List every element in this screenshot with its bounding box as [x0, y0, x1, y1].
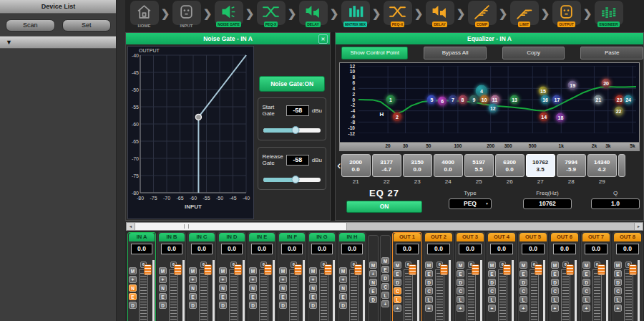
channel-button-e[interactable]: E [279, 293, 287, 300]
eq-point-14[interactable]: 14 [540, 112, 549, 121]
eq-point-21[interactable]: 21 [594, 95, 603, 105]
channel-button-e[interactable]: E [219, 293, 227, 300]
channel-gain-value[interactable]: 0.0 [161, 244, 182, 254]
channel-button-plus[interactable]: + [129, 276, 137, 283]
channel-label[interactable]: IN C [189, 233, 215, 241]
channel-label[interactable]: OUT 3 [457, 233, 484, 241]
channel-gain-value[interactable]: 0.0 [311, 244, 333, 254]
channel-strip-out-2[interactable]: OUT 20.0MEDCL+6-64 [424, 232, 454, 321]
master-button-m[interactable]: M [381, 257, 389, 264]
channel-button-l[interactable]: L [519, 296, 527, 303]
channel-strip-in-e[interactable]: IN E0.0M+NED6-64 [248, 232, 276, 321]
channel-button-plus[interactable]: + [159, 276, 167, 283]
channel-button-m[interactable]: M [457, 262, 464, 269]
channel-button-m[interactable]: M [279, 267, 287, 274]
channel-button-e[interactable]: E [309, 293, 317, 300]
channel-button-d[interactable]: D [394, 279, 401, 286]
channel-button-m[interactable]: M [339, 267, 347, 274]
band-cell[interactable]: 107623.5 [526, 154, 555, 177]
channel-button-d[interactable]: D [582, 279, 590, 286]
fader-handle[interactable] [234, 264, 242, 275]
eq-point-8[interactable]: 8 [458, 95, 467, 105]
channel-gain-value[interactable]: 0.0 [490, 244, 513, 254]
channel-button-e[interactable]: E [249, 293, 257, 300]
release-gate-slider[interactable] [263, 178, 321, 182]
master-button-e[interactable]: E [369, 287, 377, 294]
band-cell[interactable]: 40000.0 [434, 154, 463, 177]
master-button-d[interactable]: D [381, 274, 389, 282]
start-gate-slider[interactable] [263, 128, 321, 133]
band-29[interactable]: 143404.229 [587, 154, 617, 185]
channel-strip-out-3[interactable]: OUT 30.0MEDCL+6-64 [455, 232, 485, 321]
channel-strip-out-6[interactable]: OUT 60.0MEDCL+6-64 [550, 232, 580, 321]
band-21[interactable]: 20000.021 [341, 154, 371, 185]
channel-button-plus[interactable]: + [339, 276, 347, 283]
scan-button[interactable]: Scan [6, 19, 55, 32]
channel-button-plus[interactable]: + [189, 276, 197, 283]
channel-button-c[interactable]: C [488, 287, 496, 294]
fader-handle[interactable] [324, 264, 332, 275]
master-button-l[interactable]: L [381, 292, 389, 299]
fader-handle[interactable] [294, 264, 302, 275]
channel-button-d[interactable]: D [219, 302, 227, 309]
toolbar-item-limit[interactable]: LIMIT [509, 1, 539, 32]
channel-gain-value[interactable]: 0.0 [396, 244, 419, 254]
master-button-c[interactable]: C [381, 283, 389, 290]
channel-button-e[interactable]: E [457, 270, 464, 277]
channel-button-l[interactable]: L [425, 296, 433, 303]
toolbar-item-input[interactable]: INPUT [172, 1, 201, 32]
channel-gain-value[interactable]: 0.0 [251, 244, 273, 254]
channel-button-d[interactable]: D [457, 279, 464, 286]
channel-button-e[interactable]: E [129, 293, 137, 300]
channel-label[interactable]: OUT 6 [551, 233, 578, 241]
channel-button-n[interactable]: N [219, 284, 227, 292]
fader-handle[interactable] [629, 264, 637, 275]
channel-button-e[interactable]: E [394, 270, 401, 277]
channel-label[interactable]: OUT 8 [614, 233, 641, 241]
channel-label[interactable]: IN E [249, 233, 275, 241]
toolbar-item-peq-x[interactable]: PEQ-X [383, 1, 412, 32]
start-gate-value[interactable]: -58 [286, 105, 309, 116]
fader-track[interactable] [624, 269, 633, 321]
eq-point-16[interactable]: 16 [541, 95, 550, 105]
channel-button-e[interactable]: E [488, 270, 496, 277]
channel-button-d[interactable]: D [159, 302, 167, 309]
master-button-plus[interactable]: + [381, 300, 389, 307]
band-cell[interactable]: 20000.0 [341, 154, 371, 177]
channel-button-m[interactable]: M [159, 267, 167, 274]
channel-label[interactable]: IN A [129, 233, 155, 241]
band-cell[interactable]: 63000.0 [495, 154, 525, 177]
eq-point-10[interactable]: 10 [479, 95, 489, 105]
eq-point-22[interactable]: 22 [614, 106, 623, 115]
channel-label[interactable]: OUT 2 [425, 233, 452, 241]
channel-gain-value[interactable]: 0.0 [281, 244, 303, 254]
toolbar-item-engineer[interactable]: ENGINEER [594, 1, 623, 32]
channel-button-c[interactable]: C [425, 287, 433, 294]
toolbar-item-peq-x[interactable]: PEQ-X [256, 1, 286, 32]
freq-field[interactable]: 10762 [523, 198, 572, 209]
channel-button-m[interactable]: M [582, 262, 590, 269]
channel-strip-in-b[interactable]: IN B0.0M+NED6-64 [157, 232, 186, 321]
start-gate-slider-handle[interactable] [291, 126, 299, 134]
fader-track[interactable] [319, 269, 328, 321]
fader-track[interactable] [169, 269, 178, 321]
eq-point-18[interactable]: 18 [556, 113, 565, 123]
toolbar-item-home[interactable]: HOME [130, 1, 159, 32]
band-cell[interactable]: 3177-4.7 [372, 154, 401, 177]
channel-button-l[interactable]: L [394, 296, 401, 303]
eq-point-2[interactable]: 2 [392, 112, 401, 121]
sidebar-scroll-gutter[interactable] [116, 0, 125, 321]
channel-strip-in-f[interactable]: IN F0.0M+NED6-64 [278, 232, 306, 321]
channel-button-d[interactable]: D [189, 302, 197, 309]
eq-point-6[interactable]: 6 [438, 96, 447, 105]
channel-button-m[interactable]: M [309, 267, 317, 274]
fader-handle[interactable] [503, 264, 511, 275]
channel-label[interactable]: OUT 1 [394, 233, 421, 241]
toolbar-item-comp[interactable]: COMP [467, 1, 497, 32]
noise-gate-on-button[interactable]: Noise Gate:ON [259, 76, 325, 92]
eq-point-5[interactable]: 5 [427, 95, 436, 105]
eq-point-1[interactable]: 1 [386, 95, 396, 105]
channel-button-l[interactable]: L [551, 296, 559, 303]
fader-handle[interactable] [144, 264, 152, 275]
master-button-m[interactable]: M [369, 262, 377, 269]
